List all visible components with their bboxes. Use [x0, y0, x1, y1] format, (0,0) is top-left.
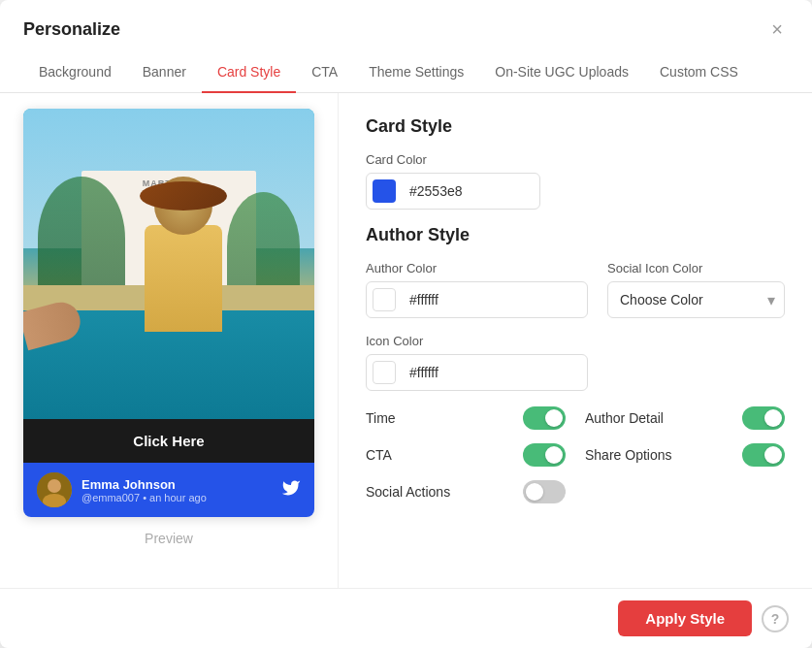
- toggle-share-options-slider: [742, 443, 785, 467]
- toggle-time-slider: [523, 406, 566, 430]
- author-color-label: Author Color: [366, 261, 588, 275]
- personalize-modal: Personalize × Background Banner Card Sty…: [0, 0, 812, 648]
- preview-label: Preview: [145, 531, 193, 546]
- avatar-image: [37, 472, 72, 507]
- card-preview: Click Here Emma Johnson @emma007 • an ho…: [23, 109, 314, 517]
- card-style-title: Card Style: [366, 116, 785, 137]
- tab-on-site-ugc[interactable]: On-Site UGC Uploads: [479, 52, 644, 93]
- author-color-group: Author Color: [366, 261, 588, 318]
- toggle-time-switch[interactable]: [523, 406, 566, 430]
- card-color-text-input[interactable]: [402, 183, 540, 199]
- tab-banner[interactable]: Banner: [127, 52, 202, 93]
- modal-footer: Apply Style ?: [0, 588, 812, 648]
- tab-theme-settings[interactable]: Theme Settings: [353, 52, 479, 93]
- card-color-swatch-inner: [373, 179, 396, 203]
- modal-header: Personalize ×: [0, 0, 812, 41]
- card-color-label: Card Color: [366, 152, 785, 167]
- apply-style-button[interactable]: Apply Style: [618, 600, 752, 636]
- user-name: Emma Johnson: [81, 477, 272, 492]
- icon-color-swatch-inner: [373, 361, 396, 384]
- avatar: [37, 472, 72, 507]
- modal-title: Personalize: [23, 19, 120, 40]
- tab-cta[interactable]: CTA: [296, 52, 353, 93]
- tab-bar: Background Banner Card Style CTA Theme S…: [0, 52, 812, 93]
- tab-card-style[interactable]: Card Style: [202, 52, 296, 93]
- social-icon-color-group: Social Icon Color Choose Color: [607, 261, 785, 318]
- tab-background[interactable]: Background: [23, 52, 127, 93]
- preview-panel: Click Here Emma Johnson @emma007 • an ho…: [0, 93, 338, 588]
- toggle-social-actions-label: Social Actions: [366, 484, 450, 500]
- toggle-social-actions-switch[interactable]: [523, 480, 566, 503]
- tab-custom-css[interactable]: Custom CSS: [644, 52, 754, 93]
- author-color-text-input[interactable]: [402, 292, 587, 308]
- social-icon-color-dropdown-wrapper: Choose Color: [607, 281, 785, 318]
- toggle-social-actions-slider: [523, 480, 566, 503]
- author-style-title: Author Style: [366, 225, 785, 245]
- card-color-swatch[interactable]: [367, 174, 402, 209]
- toggle-cta-slider: [523, 443, 566, 467]
- toggle-cta: CTA: [366, 443, 566, 467]
- toggle-author-detail-slider: [742, 406, 785, 430]
- close-button[interactable]: ×: [765, 17, 789, 41]
- social-icon-color-select[interactable]: Choose Color: [607, 281, 785, 318]
- user-info: Emma Johnson @emma007 • an hour ago: [81, 477, 272, 503]
- content-area: Click Here Emma Johnson @emma007 • an ho…: [0, 93, 812, 588]
- user-handle: @emma007 • an hour ago: [81, 492, 272, 503]
- card-image: [23, 109, 314, 419]
- toggle-share-options: Share Options: [585, 443, 785, 467]
- toggle-row: Time Author Detail CTA: [366, 406, 785, 503]
- tree-left: [38, 177, 125, 301]
- icon-color-label: Icon Color: [366, 334, 588, 348]
- toggle-cta-switch[interactable]: [523, 443, 566, 467]
- toggle-author-detail-label: Author Detail: [585, 410, 664, 426]
- svg-point-1: [48, 479, 61, 493]
- icon-color-input-row: [366, 354, 588, 391]
- toggle-author-detail-switch[interactable]: [742, 406, 785, 430]
- social-icon-color-label: Social Icon Color: [607, 261, 785, 275]
- toggle-time-label: Time: [366, 410, 396, 426]
- icon-color-swatch[interactable]: [367, 355, 402, 390]
- settings-panel: Card Style Card Color Author Style Autho…: [338, 93, 812, 588]
- card-color-group: Card Color: [366, 152, 785, 210]
- toggle-cta-label: CTA: [366, 447, 392, 463]
- person-figure: [125, 177, 242, 332]
- card-cta[interactable]: Click Here: [23, 419, 314, 463]
- icon-color-group: Icon Color: [366, 334, 588, 391]
- toggle-time: Time: [366, 406, 566, 430]
- toggle-share-options-label: Share Options: [585, 447, 672, 463]
- help-button[interactable]: ?: [762, 605, 789, 632]
- author-color-swatch-inner: [373, 288, 396, 311]
- author-color-input-row: [366, 281, 588, 318]
- author-color-swatch[interactable]: [367, 282, 402, 317]
- toggle-social-actions: Social Actions: [366, 480, 566, 503]
- icon-color-text-input[interactable]: [402, 365, 587, 380]
- author-style-grid: Author Color Social Icon Color Choose Co…: [366, 261, 785, 391]
- toggle-author-detail: Author Detail: [585, 406, 785, 430]
- card-footer: Emma Johnson @emma007 • an hour ago: [23, 463, 314, 517]
- toggle-share-options-switch[interactable]: [742, 443, 785, 467]
- twitter-icon: [281, 478, 301, 502]
- card-color-input-row: [366, 173, 540, 210]
